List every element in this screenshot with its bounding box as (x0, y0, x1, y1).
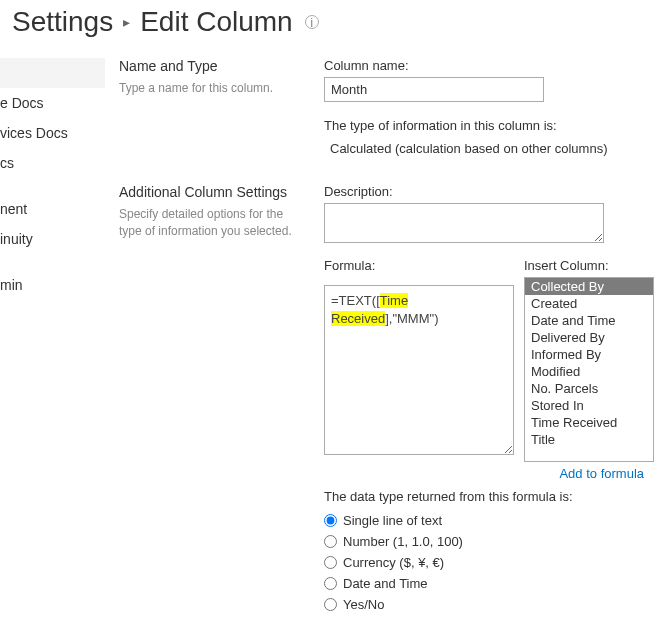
column-name-label: Column name: (324, 58, 654, 73)
insert-column-option[interactable]: Delivered By (525, 329, 653, 346)
nav-item[interactable]: vices Docs (0, 118, 105, 148)
column-name-input[interactable] (324, 77, 544, 102)
breadcrumb-settings[interactable]: Settings (12, 6, 113, 38)
insert-column-option[interactable]: Created (525, 295, 653, 312)
left-nav: e Docs vices Docs cs nent inuity min (0, 52, 105, 625)
insert-column-option[interactable]: Collected By (525, 278, 653, 295)
formula-text: =TEXT([ (331, 293, 380, 308)
section-title: Additional Column Settings (119, 184, 304, 200)
datatype-radio[interactable] (324, 535, 337, 548)
datatype-radio[interactable] (324, 577, 337, 590)
insert-column-option[interactable]: Stored In (525, 397, 653, 414)
nav-item[interactable]: inuity (0, 224, 105, 254)
description-textarea[interactable] (324, 203, 604, 243)
datatype-option[interactable]: Number (1, 1.0, 100) (324, 531, 654, 552)
nav-item[interactable]: min (0, 270, 105, 300)
nav-item[interactable]: nent (0, 194, 105, 224)
datatype-radio[interactable] (324, 556, 337, 569)
page-title: Edit Column (140, 6, 293, 38)
section-additional-settings: Additional Column Settings Specify detai… (119, 178, 661, 625)
nav-item[interactable]: cs (0, 148, 105, 178)
formula-text: ],"MMM") (385, 311, 438, 326)
page-header: Settings ▸ Edit Column i (0, 0, 661, 52)
type-info-value: Calculated (calculation based on other c… (324, 137, 654, 156)
insert-column-option[interactable]: Informed By (525, 346, 653, 363)
datatype-label: The data type returned from this formula… (324, 489, 654, 504)
section-description: Specify detailed options for the type of… (119, 206, 304, 240)
datatype-option[interactable]: Currency ($, ¥, €) (324, 552, 654, 573)
add-to-formula-link[interactable]: Add to formula (559, 466, 644, 481)
formula-textarea[interactable]: =TEXT([Time Received],"MMM") (324, 285, 514, 455)
insert-column-option[interactable]: Time Received (525, 414, 653, 431)
nav-item[interactable] (0, 58, 105, 88)
description-label: Description: (324, 184, 654, 199)
datatype-option[interactable]: Single line of text (324, 510, 654, 531)
datatype-option[interactable]: Yes/No (324, 594, 654, 615)
datatype-radio-group: Single line of textNumber (1, 1.0, 100)C… (324, 510, 654, 615)
datatype-radio[interactable] (324, 514, 337, 527)
section-name-and-type: Name and Type Type a name for this colum… (119, 52, 661, 166)
insert-column-label: Insert Column: (524, 258, 654, 273)
datatype-option-label: Currency ($, ¥, €) (343, 555, 444, 570)
type-info-label: The type of information in this column i… (324, 118, 654, 133)
datatype-option-label: Yes/No (343, 597, 384, 612)
insert-column-option[interactable]: No. Parcels (525, 380, 653, 397)
insert-column-list[interactable]: Collected ByCreatedDate and TimeDelivere… (524, 277, 654, 462)
datatype-radio[interactable] (324, 598, 337, 611)
insert-column-option[interactable]: Date and Time (525, 312, 653, 329)
section-title: Name and Type (119, 58, 304, 74)
info-icon[interactable]: i (305, 15, 319, 29)
datatype-option-label: Number (1, 1.0, 100) (343, 534, 463, 549)
chevron-right-icon: ▸ (123, 14, 130, 30)
formula-label: Formula: (324, 258, 514, 273)
datatype-option-label: Single line of text (343, 513, 442, 528)
insert-column-option[interactable]: Title (525, 431, 653, 448)
section-description: Type a name for this column. (119, 80, 304, 97)
insert-column-option[interactable]: Modified (525, 363, 653, 380)
nav-item[interactable]: e Docs (0, 88, 105, 118)
datatype-option[interactable]: Date and Time (324, 573, 654, 594)
datatype-option-label: Date and Time (343, 576, 428, 591)
